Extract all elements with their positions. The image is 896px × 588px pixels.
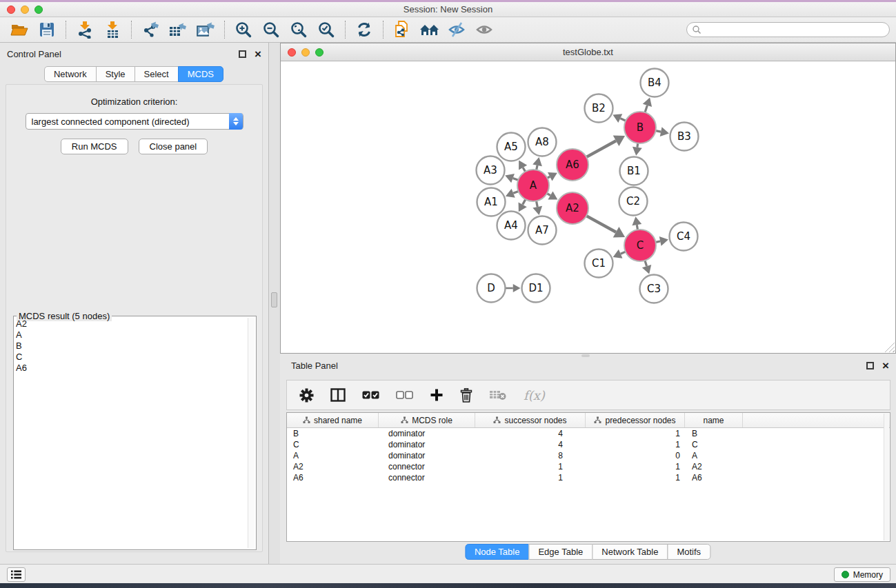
zoom-out-button[interactable]	[257, 19, 285, 41]
graph-edge-A-A8[interactable]	[537, 165, 537, 170]
table-cell: dominator	[379, 450, 475, 461]
tab-network[interactable]: Network	[44, 66, 97, 82]
zoom-fit-button[interactable]	[285, 19, 312, 41]
column-header-predecessor-nodes[interactable]: predecessor nodes	[586, 413, 685, 427]
mcds-result-item[interactable]: C	[16, 352, 246, 363]
graph-edge-A-A5[interactable]	[523, 168, 525, 172]
column-header-successor-nodes[interactable]: successor nodes	[475, 413, 586, 427]
horizontal-splitter-handle[interactable]	[581, 354, 590, 357]
graph-edge-C-C1[interactable]	[621, 252, 626, 254]
close-panel-button[interactable]: Close panel	[139, 139, 208, 154]
network-window-titlebar[interactable]: testGlobe.txt	[281, 43, 895, 61]
table-cell: 4	[475, 428, 586, 439]
table-row[interactable]: A2connector11A2	[287, 461, 890, 472]
graph-edge-B-B3[interactable]	[656, 131, 661, 132]
table-tab-node-table[interactable]: Node Table	[465, 544, 530, 560]
main-toolbar	[0, 17, 896, 43]
import-table-button[interactable]	[99, 19, 126, 41]
show-all-button[interactable]	[471, 19, 499, 41]
zoom-in-button[interactable]	[230, 19, 257, 41]
column-header-name[interactable]: name	[685, 413, 743, 427]
open-session-button[interactable]	[6, 19, 33, 41]
graph-edge-A-A7[interactable]	[537, 201, 538, 207]
graph-edge-B-B2[interactable]	[620, 119, 626, 121]
table-cell: 8	[475, 450, 586, 461]
splitter-handle[interactable]	[271, 292, 277, 307]
graph-edge-B-B4[interactable]	[645, 105, 647, 112]
close-panel-icon[interactable]: ×	[255, 50, 261, 58]
export-image-button[interactable]	[192, 19, 219, 41]
table-row[interactable]: A6connector11A6	[287, 472, 890, 483]
graph-node-label: B2	[592, 102, 606, 114]
table-cell: 1	[586, 428, 685, 439]
column-header-MCDS-role[interactable]: MCDS role	[379, 413, 475, 427]
tab-mcds[interactable]: MCDS	[178, 66, 223, 82]
mcds-result-item[interactable]: A2	[16, 318, 246, 330]
export-network-button[interactable]	[137, 19, 164, 41]
column-edit-icon	[401, 416, 408, 424]
table-row[interactable]: Adominator80A	[287, 450, 890, 461]
first-neighbors-button[interactable]	[416, 19, 444, 41]
mcds-result-item[interactable]: B	[16, 341, 246, 352]
hide-selected-icon	[448, 21, 467, 38]
node-table[interactable]: shared nameMCDS rolesuccessor nodesprede…	[286, 412, 890, 542]
toggle-panel-icon[interactable]	[330, 388, 346, 402]
zoom-selected-button[interactable]	[312, 19, 340, 41]
graph-edge-C-C4[interactable]	[656, 241, 661, 242]
search-box[interactable]	[686, 22, 890, 37]
mcds-result-list[interactable]: A2ABCA6	[16, 318, 246, 547]
close-table-panel-icon[interactable]: ×	[882, 362, 889, 369]
table-tab-network-table[interactable]: Network Table	[592, 544, 668, 560]
float-panel-icon[interactable]	[239, 50, 246, 58]
result-scrollbar[interactable]	[248, 318, 255, 548]
graph-edge-C-C2[interactable]	[637, 225, 637, 230]
refresh-layout-button[interactable]	[350, 19, 378, 41]
float-table-panel-icon[interactable]	[866, 362, 874, 369]
table-row[interactable]: Cdominator41C	[287, 439, 890, 450]
table-tab-edge-table[interactable]: Edge Table	[528, 544, 593, 560]
graph-edge-A-A1[interactable]	[513, 191, 518, 193]
graph-edge-A2-C[interactable]	[586, 216, 616, 232]
graph-node-label: C3	[647, 283, 661, 295]
task-list-icon	[11, 570, 21, 579]
table-scrollbar[interactable]	[884, 414, 889, 540]
select-all-icon[interactable]	[362, 391, 379, 399]
tab-select[interactable]: Select	[135, 66, 179, 82]
graph-edge-C-C3[interactable]	[645, 261, 647, 266]
deselect-all-icon[interactable]	[396, 391, 413, 399]
hide-selected-button[interactable]	[444, 19, 471, 41]
table-cell: dominator	[379, 439, 475, 450]
mcds-result-item[interactable]: A	[16, 330, 246, 341]
save-session-icon	[39, 21, 55, 38]
network-canvas[interactable]: AA1A3A4A5A7A8A6A2BB1B2B3B4CC1C2C3C4DD1	[281, 61, 895, 353]
graph-edge-A6-B[interactable]	[586, 141, 616, 157]
new-network-from-selection-button[interactable]	[388, 19, 416, 41]
export-table-button[interactable]	[164, 19, 192, 41]
mcds-result-item[interactable]: A6	[16, 363, 246, 374]
vertical-splitter[interactable]	[269, 43, 280, 564]
import-network-button[interactable]	[71, 19, 99, 41]
memory-button[interactable]: Memory	[834, 567, 890, 582]
add-column-icon[interactable]	[430, 388, 444, 402]
table-row[interactable]: Bdominator41B	[287, 428, 890, 439]
session-title: Session: New Session	[0, 4, 896, 14]
select-stepper-icon	[229, 113, 243, 130]
graph-node-label: B1	[627, 165, 641, 177]
control-panel-title: Control Panel	[7, 49, 61, 59]
search-input[interactable]	[701, 23, 889, 36]
table-tab-motifs[interactable]: Motifs	[667, 544, 710, 560]
graph-edge-A-A3[interactable]	[513, 179, 519, 181]
delete-table-icon[interactable]	[489, 389, 507, 401]
open-session-icon	[10, 21, 29, 38]
save-session-button[interactable]	[33, 19, 61, 41]
task-history-button[interactable]	[7, 567, 26, 582]
tab-style[interactable]: Style	[96, 66, 135, 82]
criterion-select[interactable]: largest connected component (directed)	[26, 113, 243, 130]
delete-column-icon[interactable]	[460, 388, 472, 403]
graph-edge-A-A4[interactable]	[523, 199, 526, 205]
run-mcds-button[interactable]: Run MCDS	[61, 139, 128, 154]
column-header-shared-name[interactable]: shared name	[287, 413, 379, 427]
function-builder-icon[interactable]: f(x)	[524, 388, 545, 403]
settings-gear-icon[interactable]	[299, 388, 314, 403]
table-cell: A2	[685, 461, 743, 472]
